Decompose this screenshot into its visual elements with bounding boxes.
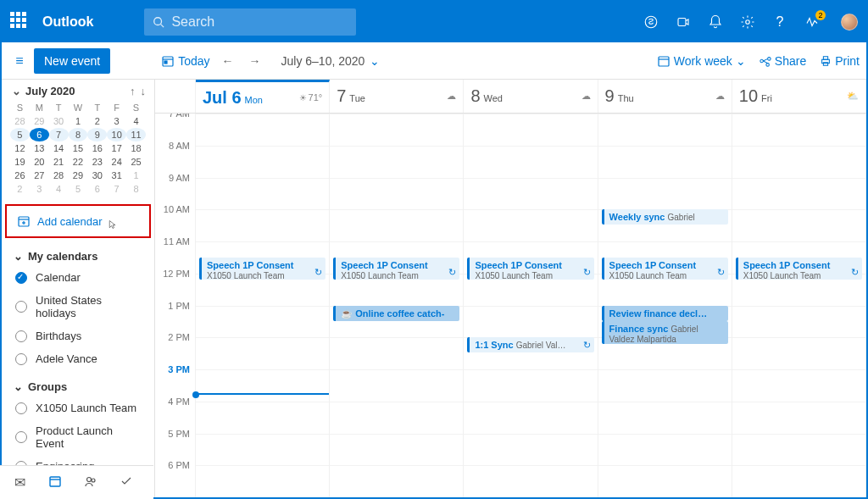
mini-calendar-day[interactable]: 14 bbox=[49, 141, 69, 155]
mini-calendar-day[interactable]: 2 bbox=[10, 182, 30, 196]
calendar-checkbox[interactable] bbox=[15, 431, 27, 443]
mini-calendar-day[interactable]: 29 bbox=[30, 114, 49, 128]
mini-calendar-day[interactable]: 26 bbox=[10, 169, 30, 182]
date-range-picker[interactable]: July 6–10, 2020 ⌄ bbox=[281, 54, 381, 68]
activity-icon[interactable]: 2 bbox=[804, 14, 821, 30]
day-header[interactable]: 7Tue☁ bbox=[330, 80, 464, 113]
teams-icon[interactable] bbox=[675, 14, 692, 30]
calendar-list-item[interactable]: X1050 Launch Team bbox=[2, 396, 154, 419]
mini-calendar-day[interactable]: 3 bbox=[107, 114, 126, 128]
calendar-list-item[interactable]: Product Launch Event bbox=[2, 419, 154, 455]
next-week-button[interactable]: → bbox=[246, 54, 264, 68]
view-switcher[interactable]: Work week ⌄ bbox=[657, 54, 746, 68]
day-column[interactable]: Speech 1P Consent X1050 Launch Team↻ bbox=[732, 114, 866, 497]
calendar-checkbox[interactable] bbox=[15, 353, 27, 365]
mini-calendar-day[interactable]: 17 bbox=[107, 141, 126, 155]
calendar-event[interactable]: Finance sync Gabriel Valdez Malpartida bbox=[602, 321, 728, 343]
mini-calendar-day[interactable]: 24 bbox=[107, 155, 126, 169]
calendar-checkbox[interactable] bbox=[15, 330, 27, 342]
mini-calendar-day[interactable]: 28 bbox=[10, 114, 30, 128]
mini-calendar-day[interactable]: 16 bbox=[87, 141, 107, 155]
chevron-down-icon[interactable]: ⌄ bbox=[10, 85, 22, 97]
calendar-event[interactable]: ☕ Online coffee catch-up Gabriel Valdez … bbox=[333, 306, 459, 321]
mini-calendar-day[interactable]: 5 bbox=[69, 182, 88, 196]
calendar-checkbox[interactable] bbox=[15, 272, 27, 284]
mini-calendar-day[interactable]: 4 bbox=[49, 182, 69, 196]
calendar-event[interactable]: Speech 1P Consent X1050 Launch Team↻ bbox=[467, 258, 593, 280]
mini-calendar-day[interactable]: 25 bbox=[126, 155, 146, 169]
mini-calendar-day[interactable]: 13 bbox=[30, 141, 49, 155]
mini-calendar-day[interactable]: 21 bbox=[49, 155, 69, 169]
calendar-event[interactable]: Speech 1P Consent X1050 Launch Team↻ bbox=[736, 258, 862, 280]
nav-toggle-icon[interactable]: ≡ bbox=[8, 53, 31, 69]
mini-calendar-day[interactable]: 28 bbox=[49, 169, 69, 182]
people-module-icon[interactable] bbox=[83, 474, 98, 491]
calendar-event[interactable]: Weekly sync Gabriel bbox=[602, 209, 728, 225]
help-icon[interactable]: ? bbox=[771, 14, 788, 30]
day-header[interactable]: Jul 6Mon☀ 71° bbox=[196, 80, 330, 113]
mini-next-month[interactable]: ↓ bbox=[141, 85, 147, 97]
mini-calendar-day[interactable]: 4 bbox=[126, 114, 146, 128]
add-calendar-button[interactable]: Add calendar bbox=[5, 204, 151, 238]
mini-calendar-day[interactable]: 15 bbox=[69, 141, 88, 155]
mini-calendar-day[interactable]: 1 bbox=[69, 114, 88, 128]
new-event-button[interactable]: New event bbox=[34, 48, 110, 74]
mini-calendar-day[interactable]: 1 bbox=[126, 169, 146, 182]
mini-calendar-day[interactable]: 12 bbox=[10, 141, 30, 155]
calendar-checkbox[interactable] bbox=[15, 301, 27, 313]
day-header[interactable]: 10Fri⛅ bbox=[732, 80, 866, 113]
calendar-list-item[interactable]: Adele Vance bbox=[2, 347, 154, 370]
mini-calendar-day[interactable]: 30 bbox=[49, 114, 69, 128]
mini-calendar-day[interactable]: 18 bbox=[126, 141, 146, 155]
day-header[interactable]: 8Wed☁ bbox=[464, 80, 598, 113]
mini-calendar-day[interactable]: 11 bbox=[126, 128, 146, 141]
share-button[interactable]: Share bbox=[760, 54, 806, 68]
calendar-module-icon[interactable] bbox=[47, 474, 63, 491]
user-avatar[interactable] bbox=[841, 14, 858, 30]
mini-calendar-day[interactable]: 8 bbox=[69, 128, 88, 141]
calendar-event[interactable]: 1:1 Sync Gabriel Val…↻ bbox=[467, 337, 593, 352]
mini-calendar-day[interactable]: 6 bbox=[87, 182, 107, 196]
mini-calendar-day[interactable]: 29 bbox=[69, 169, 88, 182]
mini-calendar-day[interactable]: 27 bbox=[30, 169, 49, 182]
calendar-checkbox[interactable] bbox=[15, 402, 27, 414]
print-button[interactable]: Print bbox=[820, 54, 860, 68]
mail-module-icon[interactable]: ✉ bbox=[12, 474, 27, 491]
mini-calendar-day[interactable]: 7 bbox=[107, 182, 126, 196]
groups-section[interactable]: ⌄ Groups bbox=[2, 372, 154, 395]
calendar-list-item[interactable]: Birthdays bbox=[2, 324, 154, 347]
mini-calendar-day[interactable]: 31 bbox=[107, 169, 126, 182]
calendar-list-item[interactable]: Calendar bbox=[2, 266, 154, 289]
mini-calendar-day[interactable]: 5 bbox=[10, 128, 30, 141]
notifications-icon[interactable] bbox=[707, 14, 724, 30]
skype-icon[interactable] bbox=[643, 14, 659, 30]
prev-week-button[interactable]: ← bbox=[219, 54, 237, 68]
mini-calendar-day[interactable]: 22 bbox=[69, 155, 88, 169]
search-box[interactable]: Search bbox=[144, 8, 356, 36]
mini-calendar-day[interactable]: 20 bbox=[30, 155, 49, 169]
today-button[interactable]: Today bbox=[161, 54, 209, 68]
calendar-event[interactable]: Speech 1P Consent X1050 Launch Team↻ bbox=[199, 258, 326, 280]
day-header[interactable]: 9Thu☁ bbox=[598, 80, 732, 113]
mini-calendar-day[interactable]: 8 bbox=[126, 182, 146, 196]
settings-icon[interactable] bbox=[739, 14, 756, 30]
mini-calendar-day[interactable]: 30 bbox=[87, 169, 107, 182]
day-column[interactable]: Speech 1P Consent X1050 Launch Team↻1:1 … bbox=[464, 114, 598, 497]
day-column[interactable]: Weekly sync GabrielSpeech 1P Consent X10… bbox=[598, 114, 732, 497]
calendar-event[interactable]: Speech 1P Consent X1050 Launch Team↻ bbox=[333, 258, 459, 280]
mini-calendar-day[interactable]: 3 bbox=[30, 182, 49, 196]
my-calendars-section[interactable]: ⌄ My calendars bbox=[2, 241, 154, 264]
calendar-list-item[interactable]: United States holidays bbox=[2, 289, 154, 324]
mini-calendar-day[interactable]: 7 bbox=[49, 128, 69, 141]
calendar-event[interactable]: Speech 1P Consent X1050 Launch Team↻ bbox=[602, 258, 728, 280]
mini-calendar-day[interactable]: 9 bbox=[87, 128, 107, 141]
mini-calendar-day[interactable]: 23 bbox=[87, 155, 107, 169]
mini-prev-month[interactable]: ↑ bbox=[130, 85, 136, 97]
day-column[interactable]: Speech 1P Consent X1050 Launch Team↻ bbox=[196, 114, 330, 497]
app-launcher-icon[interactable] bbox=[10, 12, 31, 32]
mini-calendar-day[interactable]: 19 bbox=[10, 155, 30, 169]
mini-calendar-day[interactable]: 2 bbox=[87, 114, 107, 128]
todo-module-icon[interactable] bbox=[119, 474, 134, 491]
day-column[interactable]: Speech 1P Consent X1050 Launch Team↻☕ On… bbox=[330, 114, 464, 497]
mini-calendar-day[interactable]: 10 bbox=[107, 128, 126, 141]
